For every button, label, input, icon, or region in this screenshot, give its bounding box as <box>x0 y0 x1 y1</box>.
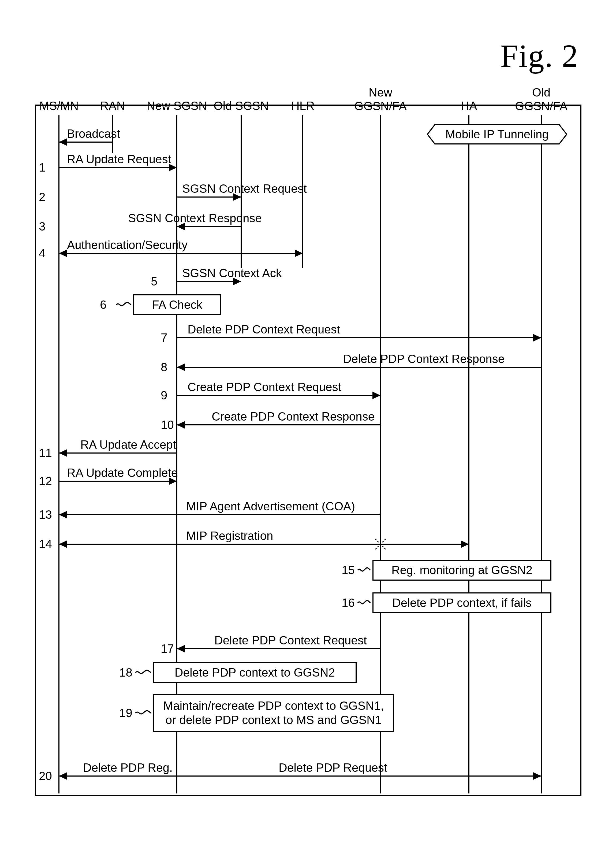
message-label: MIP Registration <box>186 529 273 543</box>
message-label: RA Update Accept <box>80 438 176 452</box>
step-number: 2 <box>39 190 45 204</box>
lifeline-label-msmn: MS/MN <box>39 99 79 113</box>
message-label: Delete PDP Request <box>279 761 387 774</box>
message-label: SGSN Context Ack <box>182 266 282 280</box>
step-number: 13 <box>39 508 52 521</box>
process-box: FA Check <box>133 294 221 315</box>
message-label: SGSN Context Request <box>182 182 307 195</box>
message-label: Delete PDP Context Request <box>187 323 340 336</box>
step-number: 4 <box>39 247 45 260</box>
message-label: Authentication/Security <box>67 238 187 252</box>
step-number: 7 <box>161 331 167 345</box>
process-box: Delete PDP context to GGSN2 <box>153 662 357 683</box>
lifeline-label-ha: HA <box>460 99 477 113</box>
step-number: 9 <box>161 389 167 402</box>
figure-label: Fig. 2 <box>500 38 578 74</box>
step-number: 16 <box>342 596 355 609</box>
message-label: Create PDP Context Response <box>212 410 375 423</box>
step-number: 5 <box>151 275 157 288</box>
message-label: Create PDP Context Request <box>187 380 341 394</box>
lifeline-label-oldggsn: Old GGSN/FA <box>515 86 567 113</box>
process-box: Maintain/recreate PDP context to GGSN1, … <box>153 694 394 732</box>
lifeline-label-newggsn: New GGSN/FA <box>354 86 407 113</box>
message-label: Delete PDP Context Request <box>214 634 367 647</box>
lifeline-label-hlr: HLR <box>291 99 314 113</box>
process-box: Reg. monitoring at GGSN2 <box>372 560 552 581</box>
step-number: 17 <box>161 642 174 655</box>
message-label: Broadcast <box>67 127 120 140</box>
mobile-ip-tunneling-box: Mobile IP Tunneling <box>427 124 567 144</box>
step-number: 8 <box>161 360 167 374</box>
process-box: Delete PDP context, if fails <box>372 592 552 613</box>
step-number: 1 <box>39 161 45 174</box>
message-label: SGSN Context Response <box>128 211 262 225</box>
message-label: Delete PDP Reg. <box>83 761 173 774</box>
step-number: 20 <box>39 769 52 783</box>
message-label: RA Update Complete <box>67 466 178 480</box>
step-number: 14 <box>39 537 52 551</box>
lifeline-label-oldsgsn: Old SGSN <box>214 99 269 113</box>
step-number: 10 <box>161 418 174 431</box>
step-number: 15 <box>342 564 355 577</box>
step-number: 3 <box>39 220 45 233</box>
message-label: Delete PDP Context Response <box>343 352 504 366</box>
message-label: MIP Agent Advertisement (COA) <box>186 500 355 513</box>
step-number: 11 <box>39 446 52 460</box>
step-number: 12 <box>39 474 52 488</box>
lifeline-label-newsgsn: New SGSN <box>147 99 207 113</box>
step-number: 19 <box>119 706 132 720</box>
diagram-page: Fig. 2 MS/MNRANNew SGSNOld SGSNHLRNew GG… <box>0 0 616 861</box>
step-number: 6 <box>100 298 106 312</box>
lifeline-label-ran: RAN <box>100 99 125 113</box>
step-number: 18 <box>119 666 132 679</box>
message-label: RA Update Request <box>67 153 171 166</box>
